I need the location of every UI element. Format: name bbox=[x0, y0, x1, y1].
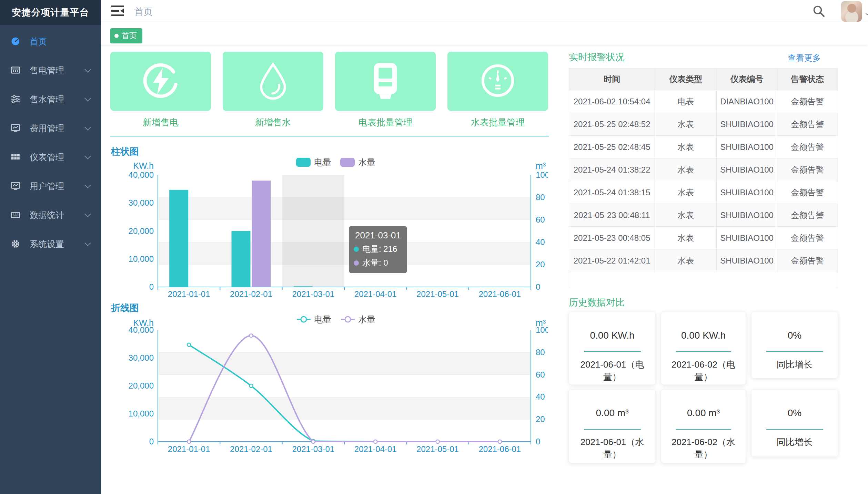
chevron-down-icon bbox=[84, 240, 91, 246]
left-axis-tick: 20,000 bbox=[129, 381, 154, 390]
table-row[interactable]: 2021-05-25 02:48:52水表SHUIBIAO100金额告警 bbox=[569, 113, 838, 136]
data-point-水量[interactable] bbox=[498, 440, 502, 443]
table-cell: SHUIBIAO100 bbox=[717, 181, 777, 204]
data-point-水量[interactable] bbox=[436, 440, 440, 443]
table-cell: 金额告警 bbox=[777, 249, 838, 272]
data-point-水量[interactable] bbox=[187, 440, 191, 443]
legend-label[interactable]: 水量 bbox=[358, 157, 375, 167]
right-axis-tick: 20 bbox=[536, 260, 545, 269]
table-row[interactable]: 2021-05-25 02:48:45水表SHUIBIAO100金额告警 bbox=[569, 136, 838, 158]
right-axis-tick: 100 bbox=[536, 170, 548, 179]
view-more-link[interactable]: 查看更多 bbox=[788, 52, 821, 63]
legend-swatch[interactable] bbox=[296, 158, 311, 167]
sidebar-item-label: 用户管理 bbox=[30, 181, 64, 192]
history-card-value: 0% bbox=[751, 330, 838, 341]
table-row[interactable]: 2021-05-23 00:48:11水表SHUIBIAO100金额告警 bbox=[569, 204, 838, 227]
chevron-down-icon bbox=[84, 124, 91, 130]
bar-电量[interactable] bbox=[232, 231, 251, 287]
sidebar-item-仪表管理[interactable]: 仪表管理 bbox=[0, 143, 101, 172]
table-cell: 2021-05-23 00:48:11 bbox=[569, 204, 655, 227]
x-axis-label: 2021-01-01 bbox=[168, 444, 210, 454]
column-header: 时间 bbox=[569, 69, 655, 90]
legend-label[interactable]: 水量 bbox=[358, 315, 375, 324]
sidebar-item-售水管理[interactable]: 售水管理 bbox=[0, 85, 101, 114]
table-empty-row bbox=[569, 272, 838, 287]
quick-card-label[interactable]: 水表批量管理 bbox=[447, 116, 548, 128]
bar-电量[interactable] bbox=[169, 190, 188, 287]
left-axis-name: KW.h bbox=[133, 161, 154, 171]
table-cell: 金额告警 bbox=[777, 158, 838, 181]
bar-电量[interactable] bbox=[294, 286, 313, 287]
column-header: 告警状态 bbox=[777, 69, 838, 90]
table-cell: 2021-05-24 01:38:22 bbox=[569, 158, 655, 181]
electric-meter-icon bbox=[365, 60, 406, 102]
route-tag-home[interactable]: 首页 bbox=[110, 28, 142, 43]
table-cell: SHUIBIAO100 bbox=[717, 158, 777, 181]
sidebar-item-label: 售水管理 bbox=[30, 94, 64, 105]
search-icon[interactable] bbox=[813, 5, 825, 17]
table-row[interactable]: 2021-05-24 01:38:15水表SHUIBIAO100金额告警 bbox=[569, 181, 838, 204]
data-point-电量[interactable] bbox=[187, 343, 191, 347]
chevron-down-icon bbox=[84, 182, 91, 188]
quick-card-电表批量管理[interactable] bbox=[335, 52, 436, 111]
history-card-value: 0% bbox=[751, 408, 838, 419]
quick-card-label[interactable]: 新增售电 bbox=[110, 116, 211, 128]
breadcrumb[interactable]: 首页 bbox=[134, 6, 153, 18]
data-point-水量[interactable] bbox=[374, 440, 377, 443]
bar-水量[interactable] bbox=[252, 181, 271, 287]
hamburger-icon[interactable] bbox=[111, 5, 124, 17]
right-axis-tick: 0 bbox=[536, 282, 540, 291]
quick-card-新增售水[interactable] bbox=[223, 52, 323, 111]
right-axis-tick: 40 bbox=[536, 237, 545, 247]
left-axis-tick: 10,000 bbox=[129, 254, 154, 264]
bar-chart: 010,00020,00030,00040,000020406080100KW.… bbox=[110, 156, 548, 302]
table-row[interactable]: 2021-05-24 01:38:22水表SHUIBIAO100金额告警 bbox=[569, 158, 838, 181]
table-row[interactable]: 2021-06-02 10:54:04电表DIANBIAO100金额告警 bbox=[569, 90, 838, 113]
sidebar-item-数据统计[interactable]: 数据统计 bbox=[0, 200, 101, 229]
right-axis-tick: 80 bbox=[536, 193, 545, 202]
line-series-水量[interactable] bbox=[189, 336, 500, 442]
data-point-水量[interactable] bbox=[312, 440, 315, 443]
x-axis-label: 2021-02-01 bbox=[230, 289, 272, 299]
history-card-label: 同比增长 bbox=[759, 358, 830, 371]
sidebar-item-用户管理[interactable]: 用户管理 bbox=[0, 172, 101, 200]
legend-marker[interactable] bbox=[345, 317, 351, 322]
table-row[interactable]: 2021-05-22 01:42:01水表SHUIBIAO100金额告警 bbox=[569, 249, 838, 272]
history-card-divider bbox=[676, 429, 731, 430]
table-cell: 金额告警 bbox=[777, 181, 838, 204]
table-cell: 水表 bbox=[655, 136, 717, 158]
legend-swatch[interactable] bbox=[340, 158, 355, 167]
chevron-down-icon bbox=[84, 95, 91, 101]
quick-card-水表批量管理[interactable] bbox=[447, 52, 548, 111]
sidebar-item-系统设置[interactable]: 系统设置 bbox=[0, 229, 101, 258]
history-card-value: 0.00 m³ bbox=[569, 408, 655, 419]
tag-label: 首页 bbox=[122, 31, 137, 41]
quick-card-label[interactable]: 新增售水 bbox=[223, 116, 323, 128]
x-axis-label: 2021-04-01 bbox=[354, 444, 397, 454]
data-point-水量[interactable] bbox=[250, 334, 253, 337]
x-axis-label: 2021-04-01 bbox=[354, 289, 397, 299]
fees-icon bbox=[10, 123, 21, 133]
table-cell: 水表 bbox=[655, 113, 717, 136]
chart-split-area bbox=[158, 352, 531, 375]
legend-label[interactable]: 电量 bbox=[314, 157, 331, 167]
sidebar-item-费用管理[interactable]: 费用管理 bbox=[0, 114, 101, 143]
sidebar-item-售电管理[interactable]: 售电管理 bbox=[0, 56, 101, 85]
table-row[interactable]: 2021-05-23 00:48:05水表SHUIBIAO100金额告警 bbox=[569, 227, 838, 249]
users-icon bbox=[10, 181, 21, 191]
right-axis-tick: 80 bbox=[536, 348, 545, 357]
chevron-down-icon[interactable]: ⌄ bbox=[864, 8, 868, 14]
history-card-label: 2021-06-01（水量） bbox=[577, 436, 648, 461]
quick-card-label[interactable]: 电表批量管理 bbox=[335, 116, 436, 128]
sidebar-item-首页[interactable]: 首页 bbox=[0, 27, 101, 56]
data-point-电量[interactable] bbox=[250, 384, 253, 388]
table-cell: 金额告警 bbox=[777, 113, 838, 136]
sidebar-item-label: 数据统计 bbox=[30, 209, 64, 221]
table-cell: 水表 bbox=[655, 249, 717, 272]
line-chart-svg: 010,00020,00030,00040,000020406080100KW.… bbox=[110, 313, 548, 460]
legend-marker[interactable] bbox=[301, 317, 306, 322]
quick-card-新增售电[interactable] bbox=[110, 52, 211, 111]
avatar[interactable] bbox=[841, 1, 862, 22]
meter-grid-icon bbox=[10, 152, 21, 162]
legend-label[interactable]: 电量 bbox=[314, 315, 331, 324]
